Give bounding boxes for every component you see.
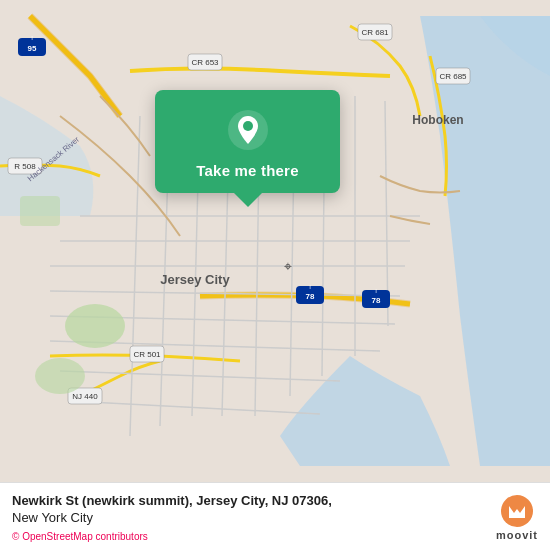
address-block: Newkirk St (newkirk summit), Jersey City… — [12, 493, 486, 542]
card-label: Take me there — [196, 162, 298, 179]
svg-rect-44 — [20, 196, 60, 226]
svg-text:95: 95 — [28, 44, 37, 53]
moovit-logo: moovit — [496, 495, 538, 541]
svg-point-43 — [35, 358, 85, 394]
moovit-icon — [501, 495, 533, 527]
app-container: 95 I CR 653 CR 681 CR 685 R 508 78 I 78 … — [0, 0, 550, 550]
svg-point-47 — [243, 121, 253, 131]
svg-point-42 — [65, 304, 125, 348]
moovit-m-icon — [506, 500, 528, 522]
address-line2: New York City — [12, 510, 486, 527]
svg-text:⌖: ⌖ — [284, 258, 292, 274]
address-line1: Newkirk St (newkirk summit), Jersey City… — [12, 493, 486, 510]
map-svg: 95 I CR 653 CR 681 CR 685 R 508 78 I 78 … — [0, 0, 550, 482]
bottom-bar: Newkirk St (newkirk summit), Jersey City… — [0, 482, 550, 550]
svg-text:CR 653: CR 653 — [191, 58, 219, 67]
svg-text:CR 681: CR 681 — [361, 28, 389, 37]
svg-text:Hoboken: Hoboken — [412, 113, 463, 127]
location-card[interactable]: Take me there — [155, 90, 340, 193]
moovit-text: moovit — [496, 529, 538, 541]
svg-text:CR 685: CR 685 — [439, 72, 467, 81]
osm-credit: © OpenStreetMap contributors — [12, 531, 486, 542]
svg-text:CR 501: CR 501 — [133, 350, 161, 359]
svg-text:78: 78 — [372, 296, 381, 305]
map-area: 95 I CR 653 CR 681 CR 685 R 508 78 I 78 … — [0, 0, 550, 482]
svg-text:NJ 440: NJ 440 — [72, 392, 98, 401]
svg-text:Jersey City: Jersey City — [160, 272, 230, 287]
location-pin-icon — [226, 108, 270, 152]
svg-text:78: 78 — [306, 292, 315, 301]
